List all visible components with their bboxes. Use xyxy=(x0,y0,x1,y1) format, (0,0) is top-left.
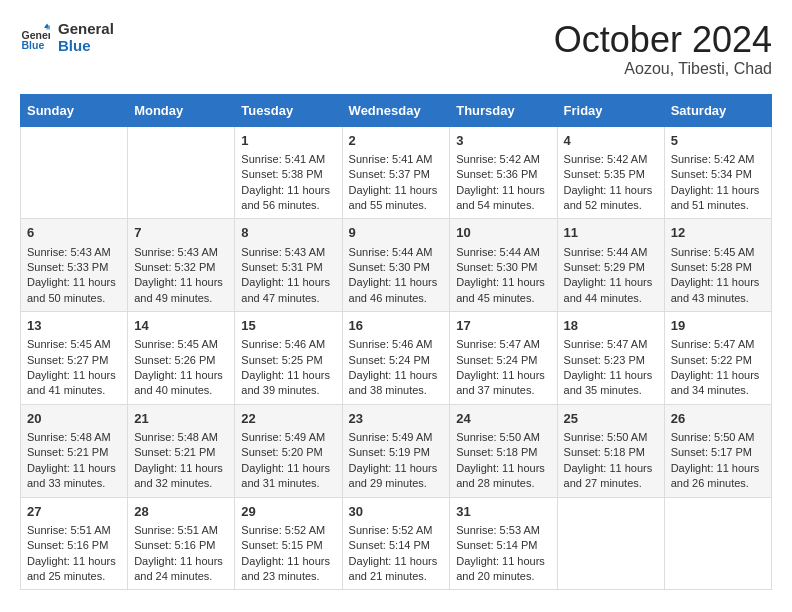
day-info: Sunrise: 5:52 AMSunset: 5:14 PMDaylight:… xyxy=(349,523,444,585)
day-number: 26 xyxy=(671,410,765,428)
day-number: 31 xyxy=(456,503,550,521)
day-info: Sunrise: 5:45 AMSunset: 5:28 PMDaylight:… xyxy=(671,245,765,307)
day-number: 18 xyxy=(564,317,658,335)
day-info: Sunrise: 5:49 AMSunset: 5:20 PMDaylight:… xyxy=(241,430,335,492)
day-number: 16 xyxy=(349,317,444,335)
day-info: Sunrise: 5:42 AMSunset: 5:34 PMDaylight:… xyxy=(671,152,765,214)
day-number: 2 xyxy=(349,132,444,150)
col-header-wednesday: Wednesday xyxy=(342,94,450,126)
calendar-day-12: 12Sunrise: 5:45 AMSunset: 5:28 PMDayligh… xyxy=(664,219,771,312)
col-header-saturday: Saturday xyxy=(664,94,771,126)
day-info: Sunrise: 5:43 AMSunset: 5:32 PMDaylight:… xyxy=(134,245,228,307)
day-number: 5 xyxy=(671,132,765,150)
calendar-day-10: 10Sunrise: 5:44 AMSunset: 5:30 PMDayligh… xyxy=(450,219,557,312)
logo-general: General xyxy=(58,20,114,37)
calendar-header-row: SundayMondayTuesdayWednesdayThursdayFrid… xyxy=(21,94,772,126)
calendar-day-23: 23Sunrise: 5:49 AMSunset: 5:19 PMDayligh… xyxy=(342,404,450,497)
day-info: Sunrise: 5:50 AMSunset: 5:18 PMDaylight:… xyxy=(564,430,658,492)
day-info: Sunrise: 5:43 AMSunset: 5:33 PMDaylight:… xyxy=(27,245,121,307)
day-number: 7 xyxy=(134,224,228,242)
day-number: 27 xyxy=(27,503,121,521)
calendar-table: SundayMondayTuesdayWednesdayThursdayFrid… xyxy=(20,94,772,591)
day-number: 22 xyxy=(241,410,335,428)
logo-blue: Blue xyxy=(58,37,114,54)
logo-icon: General Blue xyxy=(20,22,50,52)
day-info: Sunrise: 5:50 AMSunset: 5:17 PMDaylight:… xyxy=(671,430,765,492)
calendar-day-26: 26Sunrise: 5:50 AMSunset: 5:17 PMDayligh… xyxy=(664,404,771,497)
svg-text:Blue: Blue xyxy=(22,39,45,51)
calendar-empty-cell xyxy=(557,497,664,590)
calendar-empty-cell xyxy=(128,126,235,219)
day-info: Sunrise: 5:42 AMSunset: 5:35 PMDaylight:… xyxy=(564,152,658,214)
day-info: Sunrise: 5:41 AMSunset: 5:37 PMDaylight:… xyxy=(349,152,444,214)
calendar-empty-cell xyxy=(664,497,771,590)
col-header-sunday: Sunday xyxy=(21,94,128,126)
day-number: 30 xyxy=(349,503,444,521)
day-info: Sunrise: 5:50 AMSunset: 5:18 PMDaylight:… xyxy=(456,430,550,492)
day-number: 3 xyxy=(456,132,550,150)
calendar-day-4: 4Sunrise: 5:42 AMSunset: 5:35 PMDaylight… xyxy=(557,126,664,219)
day-number: 13 xyxy=(27,317,121,335)
day-info: Sunrise: 5:47 AMSunset: 5:22 PMDaylight:… xyxy=(671,337,765,399)
day-number: 6 xyxy=(27,224,121,242)
calendar-day-29: 29Sunrise: 5:52 AMSunset: 5:15 PMDayligh… xyxy=(235,497,342,590)
day-info: Sunrise: 5:43 AMSunset: 5:31 PMDaylight:… xyxy=(241,245,335,307)
calendar-day-8: 8Sunrise: 5:43 AMSunset: 5:31 PMDaylight… xyxy=(235,219,342,312)
calendar-week-row: 27Sunrise: 5:51 AMSunset: 5:16 PMDayligh… xyxy=(21,497,772,590)
calendar-day-14: 14Sunrise: 5:45 AMSunset: 5:26 PMDayligh… xyxy=(128,312,235,405)
calendar-day-16: 16Sunrise: 5:46 AMSunset: 5:24 PMDayligh… xyxy=(342,312,450,405)
calendar-day-5: 5Sunrise: 5:42 AMSunset: 5:34 PMDaylight… xyxy=(664,126,771,219)
calendar-day-21: 21Sunrise: 5:48 AMSunset: 5:21 PMDayligh… xyxy=(128,404,235,497)
day-info: Sunrise: 5:48 AMSunset: 5:21 PMDaylight:… xyxy=(134,430,228,492)
day-number: 21 xyxy=(134,410,228,428)
calendar-day-17: 17Sunrise: 5:47 AMSunset: 5:24 PMDayligh… xyxy=(450,312,557,405)
calendar-day-3: 3Sunrise: 5:42 AMSunset: 5:36 PMDaylight… xyxy=(450,126,557,219)
day-number: 20 xyxy=(27,410,121,428)
calendar-day-19: 19Sunrise: 5:47 AMSunset: 5:22 PMDayligh… xyxy=(664,312,771,405)
day-info: Sunrise: 5:51 AMSunset: 5:16 PMDaylight:… xyxy=(134,523,228,585)
day-info: Sunrise: 5:44 AMSunset: 5:30 PMDaylight:… xyxy=(456,245,550,307)
day-info: Sunrise: 5:45 AMSunset: 5:27 PMDaylight:… xyxy=(27,337,121,399)
day-info: Sunrise: 5:47 AMSunset: 5:24 PMDaylight:… xyxy=(456,337,550,399)
col-header-tuesday: Tuesday xyxy=(235,94,342,126)
calendar-week-row: 20Sunrise: 5:48 AMSunset: 5:21 PMDayligh… xyxy=(21,404,772,497)
day-info: Sunrise: 5:44 AMSunset: 5:30 PMDaylight:… xyxy=(349,245,444,307)
calendar-day-18: 18Sunrise: 5:47 AMSunset: 5:23 PMDayligh… xyxy=(557,312,664,405)
day-info: Sunrise: 5:46 AMSunset: 5:25 PMDaylight:… xyxy=(241,337,335,399)
calendar-day-2: 2Sunrise: 5:41 AMSunset: 5:37 PMDaylight… xyxy=(342,126,450,219)
day-number: 8 xyxy=(241,224,335,242)
day-info: Sunrise: 5:46 AMSunset: 5:24 PMDaylight:… xyxy=(349,337,444,399)
day-info: Sunrise: 5:49 AMSunset: 5:19 PMDaylight:… xyxy=(349,430,444,492)
calendar-day-15: 15Sunrise: 5:46 AMSunset: 5:25 PMDayligh… xyxy=(235,312,342,405)
calendar-day-6: 6Sunrise: 5:43 AMSunset: 5:33 PMDaylight… xyxy=(21,219,128,312)
calendar-day-24: 24Sunrise: 5:50 AMSunset: 5:18 PMDayligh… xyxy=(450,404,557,497)
calendar-day-9: 9Sunrise: 5:44 AMSunset: 5:30 PMDaylight… xyxy=(342,219,450,312)
col-header-thursday: Thursday xyxy=(450,94,557,126)
day-info: Sunrise: 5:51 AMSunset: 5:16 PMDaylight:… xyxy=(27,523,121,585)
day-info: Sunrise: 5:52 AMSunset: 5:15 PMDaylight:… xyxy=(241,523,335,585)
day-number: 28 xyxy=(134,503,228,521)
calendar-day-11: 11Sunrise: 5:44 AMSunset: 5:29 PMDayligh… xyxy=(557,219,664,312)
day-number: 23 xyxy=(349,410,444,428)
day-number: 15 xyxy=(241,317,335,335)
day-number: 11 xyxy=(564,224,658,242)
day-info: Sunrise: 5:42 AMSunset: 5:36 PMDaylight:… xyxy=(456,152,550,214)
calendar-day-7: 7Sunrise: 5:43 AMSunset: 5:32 PMDaylight… xyxy=(128,219,235,312)
logo: General Blue General Blue xyxy=(20,20,114,54)
calendar-day-27: 27Sunrise: 5:51 AMSunset: 5:16 PMDayligh… xyxy=(21,497,128,590)
day-info: Sunrise: 5:47 AMSunset: 5:23 PMDaylight:… xyxy=(564,337,658,399)
day-number: 24 xyxy=(456,410,550,428)
calendar-week-row: 13Sunrise: 5:45 AMSunset: 5:27 PMDayligh… xyxy=(21,312,772,405)
day-number: 1 xyxy=(241,132,335,150)
day-number: 17 xyxy=(456,317,550,335)
month-title: October 2024 xyxy=(554,20,772,60)
col-header-friday: Friday xyxy=(557,94,664,126)
col-header-monday: Monday xyxy=(128,94,235,126)
day-info: Sunrise: 5:44 AMSunset: 5:29 PMDaylight:… xyxy=(564,245,658,307)
day-number: 10 xyxy=(456,224,550,242)
day-info: Sunrise: 5:41 AMSunset: 5:38 PMDaylight:… xyxy=(241,152,335,214)
calendar-day-28: 28Sunrise: 5:51 AMSunset: 5:16 PMDayligh… xyxy=(128,497,235,590)
calendar-day-20: 20Sunrise: 5:48 AMSunset: 5:21 PMDayligh… xyxy=(21,404,128,497)
calendar-week-row: 1Sunrise: 5:41 AMSunset: 5:38 PMDaylight… xyxy=(21,126,772,219)
day-info: Sunrise: 5:53 AMSunset: 5:14 PMDaylight:… xyxy=(456,523,550,585)
